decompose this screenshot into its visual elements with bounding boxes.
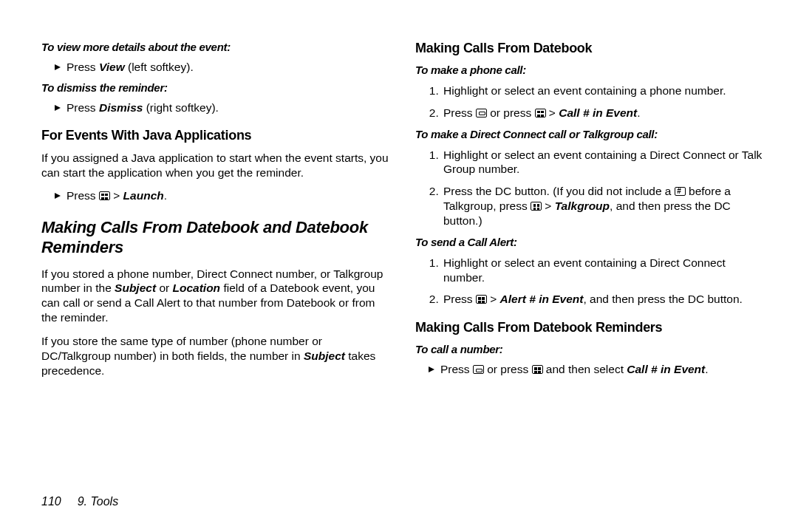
hash-key-icon: [675, 187, 686, 196]
page-body: To view more details about the event: Pr…: [0, 0, 798, 386]
left-column: To view more details about the event: Pr…: [41, 41, 389, 386]
heading-calls-datebook: Making Calls From Datebook: [415, 41, 763, 56]
list-item: Highlight or select an event containing …: [442, 148, 763, 177]
lead-dismiss: To dismiss the reminder:: [41, 81, 389, 94]
lead-view-details: To view more details about the event:: [41, 41, 389, 53]
menu-key-icon: [532, 365, 543, 374]
bullet-text: Press Dismiss (right softkey).: [66, 101, 219, 115]
page-footer: 1109. Tools: [41, 495, 118, 508]
field-name: Location: [172, 282, 220, 294]
lead-call-number: To call a number:: [415, 343, 763, 355]
page-number: 110: [41, 495, 61, 508]
text: .: [164, 189, 167, 202]
steps-call-alert: Highlight or select an event containing …: [442, 256, 763, 307]
text: (right softkey).: [143, 101, 219, 114]
section-label: 9. Tools: [78, 495, 118, 508]
menu-key-icon: [531, 202, 542, 211]
field-name: Subject: [115, 282, 156, 294]
text: If you store the same type of number (ph…: [41, 335, 322, 362]
text: or press: [484, 363, 532, 375]
play-bullet-icon: [55, 193, 61, 199]
gt: >: [542, 200, 555, 212]
list-item: Press or press > Call # in Event.: [442, 106, 763, 120]
lead-call-alert: To send a Call Alert:: [415, 236, 763, 248]
para-precedence: If you store the same type of number (ph…: [41, 334, 389, 378]
text: Press: [66, 61, 99, 73]
menu-item: Call # in Event: [559, 106, 637, 119]
para-stored-number: If you stored a phone number, Direct Con…: [41, 267, 389, 325]
steps-dc-call: Highlight or select an event containing …: [442, 148, 763, 228]
menu-key-icon: [535, 109, 546, 117]
bullet-view: Press View (left softkey).: [55, 61, 389, 74]
gt: >: [546, 106, 559, 119]
gt: >: [110, 189, 123, 202]
menu-item: Talkgroup: [555, 200, 610, 212]
play-bullet-icon: [55, 105, 61, 111]
lead-dc-call: To make a Direct Connect call or Talkgro…: [415, 128, 763, 140]
right-column: Making Calls From Datebook To make a pho…: [415, 41, 763, 386]
ok-key-icon: [476, 109, 487, 117]
steps-phone-call: Highlight or select an event containing …: [442, 83, 763, 120]
text: Press the DC button. (If you did not inc…: [443, 185, 675, 197]
text: , and then press the DC button.: [583, 293, 742, 305]
heading-making-calls: Making Calls From Datebook and Datebook …: [41, 217, 389, 258]
list-item: Press > Alert # in Event, and then press…: [442, 292, 763, 307]
list-item: Press the DC button. (If you did not inc…: [442, 184, 763, 228]
bullet-launch: Press > Launch.: [55, 189, 389, 202]
softkey-name: View: [99, 61, 125, 73]
softkey-name: Dismiss: [99, 101, 143, 114]
list-item: Highlight or select an event containing …: [442, 83, 763, 98]
text: and then select: [543, 363, 627, 375]
bullet-text: Press > Launch.: [66, 189, 167, 202]
bullet-dismiss: Press Dismiss (right softkey).: [55, 101, 389, 115]
bullet-text: Press View (left softkey).: [66, 61, 194, 74]
text: Press: [66, 101, 99, 114]
bullet-text: Press or press and then select Call # in…: [440, 363, 709, 376]
text: .: [705, 363, 708, 375]
text: or press: [487, 106, 535, 119]
menu-key-icon: [99, 191, 110, 200]
heading-java-apps: For Events With Java Applications: [41, 128, 389, 143]
text: or: [156, 282, 172, 294]
para-java: If you assigned a Java application to st…: [41, 151, 389, 180]
lead-phone-call: To make a phone call:: [415, 64, 763, 76]
gt: >: [487, 293, 500, 305]
play-bullet-icon: [55, 64, 61, 70]
text: (left softkey).: [125, 61, 194, 73]
heading-calls-reminders: Making Calls From Datebook Reminders: [415, 320, 763, 335]
text: Press: [440, 363, 473, 375]
text: Press: [443, 106, 476, 119]
text: Press: [443, 293, 476, 305]
menu-key-icon: [476, 295, 487, 304]
list-item: Highlight or select an event containing …: [442, 256, 763, 285]
text: Press: [66, 189, 99, 202]
play-bullet-icon: [429, 366, 434, 372]
menu-item: Launch: [123, 189, 164, 202]
bullet-call-number: Press or press and then select Call # in…: [429, 363, 763, 376]
menu-item: Call # in Event: [627, 363, 705, 375]
text: .: [637, 106, 640, 119]
field-name: Subject: [304, 349, 345, 362]
menu-item: Alert # in Event: [500, 293, 584, 305]
ok-key-icon: [473, 365, 484, 374]
